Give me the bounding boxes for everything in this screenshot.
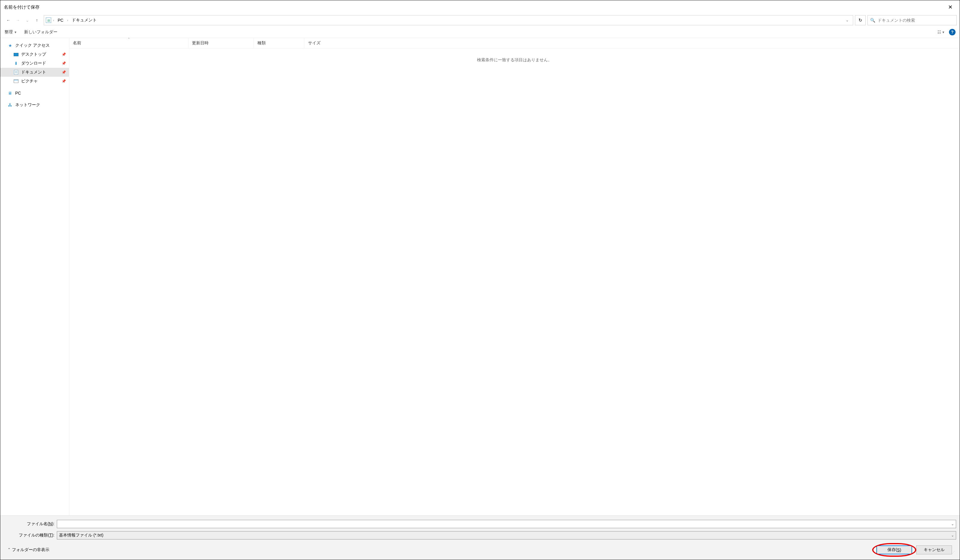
- breadcrumb-pc[interactable]: PC: [56, 17, 65, 24]
- up-button[interactable]: ↑: [34, 17, 40, 24]
- sidebar-item-documents[interactable]: ドキュメント 📌: [0, 68, 69, 77]
- help-button[interactable]: ?: [949, 29, 955, 35]
- view-icon: ☷: [938, 30, 941, 35]
- refresh-icon: ↻: [859, 18, 862, 23]
- help-icon: ?: [951, 30, 954, 35]
- arrow-right-icon: →: [16, 18, 20, 22]
- pin-icon: 📌: [62, 70, 66, 74]
- titlebar: 名前を付けて保存 ✕: [0, 0, 960, 14]
- arrow-up-icon: ↑: [36, 18, 38, 22]
- organize-menu[interactable]: 整理 ▼: [5, 29, 17, 35]
- chevron-down-icon[interactable]: ⌄: [951, 533, 954, 538]
- column-header-type[interactable]: 種類: [254, 38, 304, 48]
- back-button[interactable]: ←: [5, 17, 11, 24]
- search-icon: 🔍: [870, 18, 875, 22]
- hide-folders-toggle[interactable]: ˄ フォルダーの非表示: [8, 547, 50, 552]
- close-icon: ✕: [948, 4, 952, 10]
- search-box[interactable]: 🔍: [867, 15, 957, 25]
- breadcrumb[interactable]: ▤ › PC › ドキュメント ⌄: [44, 15, 853, 25]
- filetype-value: 基本情報ファイル (*.txt): [59, 533, 103, 538]
- toolbar: 整理 ▼ 新しいフォルダー ☷ ▼ ?: [0, 27, 960, 38]
- chevron-up-icon: ˄: [8, 547, 10, 552]
- sidebar-label: PC: [15, 91, 21, 96]
- cancel-label: キャンセル: [924, 547, 944, 552]
- column-headers: 名前 更新日時 種類 サイズ: [69, 38, 960, 48]
- filetype-dropdown[interactable]: 基本情報ファイル (*.txt) ⌄: [57, 531, 956, 539]
- arrow-left-icon: ←: [6, 18, 10, 22]
- bottom-panel: ファイル名(N): ⌄ ファイルの種類(T): 基本情報ファイル (*.txt)…: [0, 515, 960, 560]
- dialog-title: 名前を付けて保存: [4, 5, 40, 10]
- desktop-icon: [13, 52, 19, 57]
- sidebar-label: ピクチャ: [21, 78, 38, 84]
- breadcrumb-dropdown[interactable]: ⌄: [843, 18, 851, 22]
- sidebar-item-downloads[interactable]: ⬇ ダウンロード 📌: [0, 59, 69, 68]
- navigation-row: ← → ⌄ ↑ ▤ › PC › ドキュメント ⌄ ↻ 🔍: [0, 14, 960, 27]
- view-menu[interactable]: ☷ ▼: [938, 30, 945, 35]
- caret-down-icon: ▼: [942, 30, 945, 34]
- caret-down-icon: ▼: [14, 30, 17, 34]
- sidebar-item-quick-access[interactable]: ★ クイック アクセス: [0, 41, 69, 50]
- pin-icon: 📌: [62, 61, 66, 65]
- refresh-button[interactable]: ↻: [855, 15, 866, 25]
- save-as-dialog: 名前を付けて保存 ✕ ← → ⌄ ↑ ▤ › PC › ドキュメント ⌄ ↻ 🔍: [0, 0, 960, 560]
- document-folder-icon: ▤: [46, 18, 51, 23]
- sidebar: ★ クイック アクセス デスクトップ 📌 ⬇ ダウンロード 📌 ドキュメント 📌…: [0, 38, 69, 515]
- filename-label: ファイル名(N):: [4, 521, 54, 527]
- column-header-date[interactable]: 更新日時: [188, 38, 254, 48]
- chevron-down-icon: ⌄: [26, 18, 29, 22]
- chevron-right-icon: ›: [53, 18, 54, 22]
- save-button[interactable]: 保存(S): [876, 546, 912, 554]
- filename-row: ファイル名(N): ⌄: [4, 520, 956, 528]
- new-folder-label: 新しいフォルダー: [24, 29, 58, 35]
- footer: ˄ フォルダーの非表示 保存(S) キャンセル ⋰: [4, 542, 956, 557]
- sidebar-label: クイック アクセス: [15, 43, 50, 48]
- column-header-name[interactable]: 名前: [69, 38, 188, 48]
- nav-arrows: ← → ⌄ ↑: [3, 17, 42, 24]
- pc-icon: 🖥: [8, 90, 13, 96]
- breadcrumb-documents[interactable]: ドキュメント: [70, 16, 99, 24]
- sidebar-item-desktop[interactable]: デスクトップ 📌: [0, 50, 69, 59]
- empty-message: 検索条件に一致する項目はありません。: [69, 48, 960, 72]
- sidebar-label: ダウンロード: [21, 61, 46, 66]
- star-icon: ★: [8, 43, 13, 48]
- network-icon: 🖧: [8, 102, 13, 108]
- close-button[interactable]: ✕: [944, 3, 956, 11]
- sidebar-label: ドキュメント: [21, 70, 46, 75]
- sidebar-item-pc[interactable]: 🖥 PC: [0, 89, 69, 97]
- sidebar-label: デスクトップ: [21, 52, 46, 57]
- sidebar-item-network[interactable]: 🖧 ネットワーク: [0, 101, 69, 109]
- hide-folders-label: フォルダーの非表示: [12, 547, 50, 552]
- button-row: 保存(S) キャンセル: [876, 546, 952, 554]
- document-icon: [13, 70, 19, 75]
- sidebar-item-pictures[interactable]: ピクチャ 📌: [0, 77, 69, 86]
- filename-input[interactable]: [59, 522, 951, 526]
- cancel-button[interactable]: キャンセル: [916, 546, 952, 554]
- filename-combo[interactable]: ⌄: [57, 520, 956, 528]
- filetype-row: ファイルの種類(T): 基本情報ファイル (*.txt) ⌄: [4, 531, 956, 539]
- download-icon: ⬇: [13, 61, 19, 66]
- file-list-area: 名前 更新日時 種類 サイズ 検索条件に一致する項目はありません。: [69, 38, 960, 515]
- new-folder-button[interactable]: 新しいフォルダー: [24, 29, 58, 35]
- search-input[interactable]: [878, 18, 954, 22]
- forward-button[interactable]: →: [14, 17, 21, 24]
- pin-icon: 📌: [62, 52, 66, 56]
- body: ★ クイック アクセス デスクトップ 📌 ⬇ ダウンロード 📌 ドキュメント 📌…: [0, 38, 960, 515]
- column-header-size[interactable]: サイズ: [304, 38, 340, 48]
- organize-label: 整理: [5, 29, 13, 35]
- filetype-label: ファイルの種類(T):: [4, 533, 54, 538]
- chevron-down-icon[interactable]: ⌄: [951, 522, 954, 526]
- sidebar-label: ネットワーク: [15, 102, 40, 108]
- pin-icon: 📌: [62, 79, 66, 83]
- chevron-right-icon: ›: [67, 18, 68, 22]
- picture-icon: [13, 78, 19, 84]
- recent-dropdown[interactable]: ⌄: [24, 17, 30, 24]
